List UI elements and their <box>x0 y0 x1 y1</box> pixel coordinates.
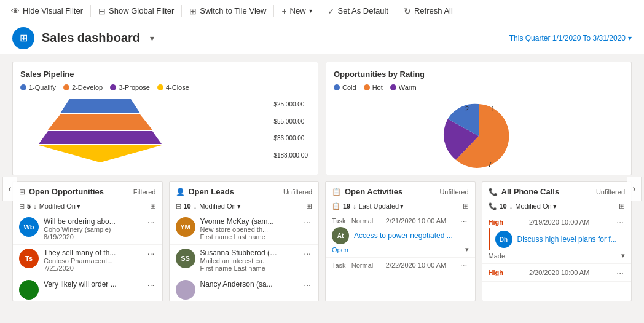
phone-priority: High <box>489 218 503 226</box>
date-chevron-icon: ▾ <box>628 34 632 42</box>
item-date: First name Last name <box>200 265 298 272</box>
check-icon: ✓ <box>328 6 335 16</box>
more-options-icon[interactable]: ··· <box>302 280 312 290</box>
item-content: They sell many of th... Contoso Pharmace… <box>44 249 141 272</box>
activity-item[interactable]: Task Normal 2/21/2020 10:00 AM ··· At Ac… <box>326 213 475 258</box>
phone-item[interactable]: High 2/20/2020 10:00 AM ··· <box>482 264 632 282</box>
activity-item[interactable]: Task Normal 2/22/2020 10:00 AM ··· <box>326 258 475 274</box>
avatar <box>176 280 195 300</box>
more-options-icon[interactable]: ··· <box>615 217 625 227</box>
title-chevron-icon[interactable]: ▾ <box>150 33 154 43</box>
close-dot <box>157 84 163 90</box>
activity-row: At Access to power negotiated ... <box>332 227 469 244</box>
divider <box>396 5 396 17</box>
leads-badge: Unfiltered <box>283 188 312 196</box>
list-item[interactable]: Very likely will order ... ··· <box>13 276 162 301</box>
activities-icon: 📋 <box>332 188 341 196</box>
activity-date: 2/22/2020 10:00 AM <box>386 261 446 269</box>
activity-title[interactable]: Access to power negotiated ... <box>354 231 469 240</box>
item-sub: Coho Winery (sample) <box>44 226 141 233</box>
refresh-icon: ↻ <box>404 6 411 16</box>
activity-top: Task Normal 2/21/2020 10:00 AM ··· <box>332 216 469 226</box>
item-content: Nancy Anderson (sa... <box>200 280 298 289</box>
legend-close: 4-Close <box>157 84 189 91</box>
list-item[interactable]: Wb Will be ordering abo... Coho Winery (… <box>13 213 162 245</box>
app-header: ⊞ Sales dashboard ▾ This Quarter 1/1/202… <box>0 22 644 54</box>
chevron-down-icon[interactable]: ▾ <box>465 245 469 253</box>
opp-filter-icon[interactable]: ⊞ <box>150 202 156 210</box>
leads-filter-icon[interactable]: ⊞ <box>306 202 312 210</box>
activities-sort-btn[interactable]: Last Updated ▾ <box>359 202 404 210</box>
activity-date: 2/21/2020 10:00 AM <box>386 217 446 225</box>
app-icon: ⊞ <box>12 27 34 49</box>
pie-chart: 1 2 7 <box>430 93 528 173</box>
more-options-icon[interactable]: ··· <box>459 260 469 270</box>
list-item[interactable]: SS Susanna Stubberod (… Mailed an intere… <box>170 245 319 276</box>
new-btn[interactable]: + New ▾ <box>275 0 318 22</box>
opp-rating-legend: Cold Hot Warm <box>334 84 624 91</box>
more-options-icon[interactable]: ··· <box>146 280 156 290</box>
activities-sort-icon: ↓ <box>353 202 356 210</box>
sales-pipeline-legend: 1-Qualify 2-Develop 3-Propose 4-Close <box>20 84 310 91</box>
item-date: 7/21/2020 <box>44 265 141 272</box>
phone-row: Dh Discuss high level plans for f... <box>489 228 626 250</box>
phone-controls: 📞 10 ↓ Modified On ▾ ⊞ <box>482 199 632 213</box>
develop-dot <box>63 84 69 90</box>
phone-made: Made <box>489 252 506 260</box>
opp-rating-title: Opportunities by Rating <box>334 70 624 79</box>
funnel-chart <box>20 96 180 164</box>
refresh-all-btn[interactable]: ↻ Refresh All <box>398 0 459 22</box>
item-date: First name Last name <box>200 233 298 241</box>
more-options-icon[interactable]: ··· <box>146 217 156 227</box>
more-options-icon[interactable]: ··· <box>146 249 156 258</box>
item-content: Yvonne McKay (sam... New store opened th… <box>200 217 298 241</box>
phone-item[interactable]: High 2/19/2020 10:00 AM ··· Dh Discuss h… <box>482 213 632 264</box>
phone-title[interactable]: Discuss high level plans for f... <box>517 235 626 244</box>
avatar: Ts <box>19 249 39 268</box>
nav-next-btn[interactable]: › <box>627 177 642 201</box>
activity-type: Task Normal <box>332 217 373 225</box>
divider <box>320 5 320 17</box>
phone-count: 10 <box>500 202 507 210</box>
show-global-filter-btn[interactable]: ⊟ Show Global Filter <box>92 0 180 22</box>
more-options-icon[interactable]: ··· <box>615 268 625 277</box>
toolbar: 👁 Hide Visual Filter ⊟ Show Global Filte… <box>0 0 644 22</box>
activities-filter-icon[interactable]: ⊞ <box>463 202 469 210</box>
phone-icon: 📞 <box>489 188 498 196</box>
leads-controls: ⊟ 10 ↓ Modified On ▾ ⊞ <box>170 199 319 213</box>
list-item[interactable]: Nancy Anderson (sa... ··· <box>170 276 319 301</box>
pie-label-2: 2 <box>465 105 469 113</box>
date-range[interactable]: This Quarter 1/1/2020 To 3/31/2020 ▾ <box>509 34 632 42</box>
activities-controls: 📋 19 ↓ Last Updated ▾ ⊞ <box>326 199 475 213</box>
all-phone-calls-card: 📞 All Phone Calls Unfiltered 📞 10 ↓ Modi… <box>482 181 632 301</box>
switch-tile-btn[interactable]: ⊞ Switch to Tile View <box>183 0 272 22</box>
divider <box>90 5 91 17</box>
hide-visual-filter-btn[interactable]: 👁 Hide Visual Filter <box>5 0 89 22</box>
priority-bar <box>489 228 490 250</box>
leads-sort-btn[interactable]: Modified On ▾ <box>199 202 240 210</box>
leads-icon: 👤 <box>176 188 185 196</box>
phone-badge: Unfiltered <box>596 188 625 196</box>
phone-filter-icon[interactable]: ⊞ <box>619 202 625 210</box>
avatar: YM <box>176 217 195 237</box>
item-name: Susanna Stubberod (… <box>200 249 298 257</box>
nav-prev-btn[interactable]: ‹ <box>2 177 17 201</box>
chevron-down-icon[interactable]: ▾ <box>621 252 625 260</box>
activity-status-row: Open ▾ <box>332 244 469 255</box>
legend-qualify: 1-Qualify <box>20 84 56 91</box>
funnel-label-4: $188,000.00 <box>273 152 308 159</box>
more-options-icon[interactable]: ··· <box>302 217 312 227</box>
phone-table-icon: 📞 <box>489 202 497 210</box>
opp-sort-btn[interactable]: Modified On ▾ <box>39 202 80 210</box>
phone-sort-btn[interactable]: Modified On ▾ <box>515 202 556 210</box>
item-name: Will be ordering abo... <box>44 217 141 226</box>
charts-row: Sales Pipeline 1-Qualify 2-Develop 3-Pro… <box>12 62 632 175</box>
phone-priority: High <box>489 269 503 276</box>
opp-sort-icon: ↓ <box>33 202 37 210</box>
more-options-icon[interactable]: ··· <box>459 216 469 226</box>
avatar: SS <box>176 249 195 268</box>
list-item[interactable]: Ts They sell many of th... Contoso Pharm… <box>13 245 162 276</box>
more-options-icon[interactable]: ··· <box>302 249 312 258</box>
list-item[interactable]: YM Yvonne McKay (sam... New store opened… <box>170 213 319 245</box>
set-as-default-btn[interactable]: ✓ Set As Default <box>321 0 395 22</box>
